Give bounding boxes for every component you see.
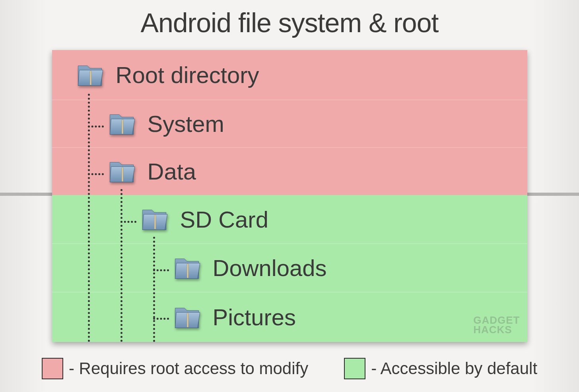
legend: - Requires root access to modify - Acces… [0,358,579,379]
folder-row-data: Data [52,147,527,195]
folder-icon [106,108,137,139]
folder-label: System [148,110,224,137]
folder-label: Downloads [213,255,327,281]
diagram-title: Android file system & root [0,0,579,38]
folder-icon [106,156,137,187]
folder-icon [74,60,105,91]
svg-rect-5 [187,313,188,327]
folder-label: SD Card [180,206,268,233]
folder-label: Pictures [213,304,296,330]
folder-label: Data [148,158,196,185]
tree-connector [88,126,104,127]
legend-swatch-default [344,358,365,379]
svg-rect-3 [154,215,156,229]
legend-label-default: - Accessible by default [371,359,537,378]
watermark-line2: HACKS [473,325,520,335]
legend-swatch-root [42,358,63,379]
folder-icon [171,302,202,333]
tree-connector [120,221,136,223]
tree-connector [120,189,122,342]
svg-rect-1 [122,120,123,134]
folder-icon [171,253,202,284]
folder-row-pictures: Pictures [52,292,527,342]
folder-icon [139,204,170,235]
tree-connector [153,318,169,320]
tree-connector [153,269,169,271]
legend-item-root: - Requires root access to modify [42,358,308,379]
folder-row-system: System [52,100,527,147]
folder-row-root: Root directory [52,50,527,100]
folder-row-downloads: Downloads [52,243,527,292]
watermark: GADGET HACKS [473,315,520,335]
svg-rect-2 [122,167,123,182]
legend-item-default: - Accessible by default [344,358,537,379]
folder-label: Root directory [116,62,259,88]
filesystem-board: Root directory System Data [52,50,527,342]
folder-row-sdcard: SD Card [52,195,527,243]
svg-rect-0 [90,71,91,85]
tree-connector [88,94,90,342]
tree-connector [88,173,104,175]
svg-rect-4 [187,264,188,278]
tree-connector [153,237,155,342]
legend-label-root: - Requires root access to modify [69,359,308,378]
